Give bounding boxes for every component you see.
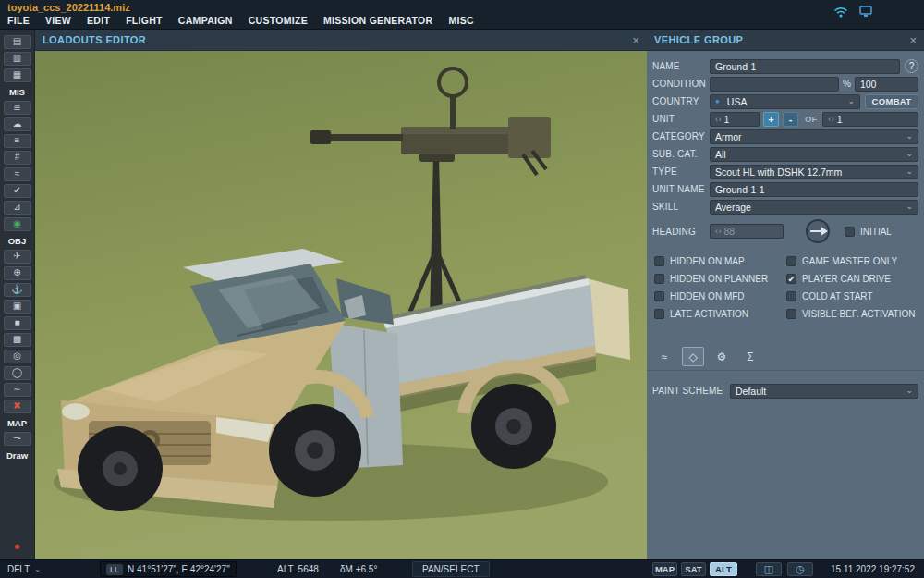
menu-customize[interactable]: CUSTOMIZE: [249, 15, 308, 26]
ship-icon[interactable]: ⚓: [4, 283, 31, 297]
magnetic-variation-value: δM +6.5°: [340, 564, 377, 574]
checkbox-late-activation[interactable]: LATE ACTIVATION: [654, 309, 786, 319]
menu-file[interactable]: FILE: [7, 15, 30, 26]
country-select[interactable]: ● USA ⌄: [710, 94, 860, 109]
unit-name-input[interactable]: Ground-1-1: [710, 182, 918, 197]
loadouts-editor-panel: LOADOUTS EDITOR ×: [35, 30, 647, 559]
initial-checkbox[interactable]: INITIAL: [845, 227, 892, 237]
percent-label: %: [843, 79, 851, 89]
vehicle-icon[interactable]: ▣: [4, 300, 31, 314]
checkbox-box[interactable]: [786, 291, 796, 301]
menubar: FILEVIEWEDITFLIGHTCAMPAIGNCUSTOMIZEMISSI…: [7, 15, 474, 26]
skill-select[interactable]: Average ⌄: [710, 200, 918, 215]
checkbox-box[interactable]: [654, 274, 664, 284]
menu-campaign[interactable]: CAMPAIGN: [178, 15, 233, 26]
record-icon[interactable]: ●: [4, 539, 31, 553]
heading-dial[interactable]: [804, 217, 832, 245]
condition-input[interactable]: [710, 77, 839, 92]
chevron-down-icon: ⌄: [906, 132, 913, 141]
spinner-arrows-icon[interactable]: ‹ ›: [715, 115, 721, 124]
fly-mission-icon[interactable]: ◉: [4, 217, 31, 231]
help-button[interactable]: ?: [905, 59, 918, 73]
weather-icon[interactable]: ☁: [4, 117, 31, 131]
helicopter-icon[interactable]: ⊕: [4, 266, 31, 280]
menu-misc[interactable]: MISC: [448, 15, 473, 26]
menu-mission-generator[interactable]: MISSION GENERATOR: [323, 15, 432, 26]
add-unit-button[interactable]: +: [763, 112, 779, 127]
coordinate-mode-badge[interactable]: LL: [106, 564, 123, 575]
checkbox-hidden-on-planner[interactable]: HIDDEN ON PLANNER: [654, 274, 786, 284]
aircraft-icon[interactable]: ✈: [4, 250, 31, 264]
sat-layer-button[interactable]: SAT: [681, 562, 706, 576]
combat-button[interactable]: COMBAT: [865, 94, 918, 109]
checkbox-box[interactable]: [786, 256, 796, 266]
checkbox-visible-bef-activation[interactable]: VISIBLE BEF. ACTIVATION: [786, 309, 918, 319]
map-options-icon[interactable]: ⊸: [4, 432, 31, 446]
preset-dropdown[interactable]: DFLT ⌄: [7, 560, 41, 578]
menu-edit[interactable]: EDIT: [87, 15, 110, 26]
checkbox-box[interactable]: [786, 309, 796, 319]
checkbox-box[interactable]: ✔: [786, 274, 796, 284]
vehicle-preview[interactable]: [35, 51, 647, 559]
measure-icon[interactable]: ⊿: [4, 201, 31, 215]
checkbox-box[interactable]: [654, 256, 664, 266]
new-mission-icon[interactable]: ▤: [4, 35, 31, 49]
altitude-label: ALT: [277, 564, 294, 574]
alt-layer-button[interactable]: ALT: [710, 562, 737, 576]
heading-spinner[interactable]: ‹ › 88: [710, 224, 784, 239]
sequence-icon[interactable]: ∼: [4, 383, 31, 397]
coordinates-display[interactable]: LL N 41°51'27", E 42°24'27": [100, 561, 237, 577]
category-select[interactable]: Armor ⌄: [710, 129, 918, 144]
checkbox-hidden-on-map[interactable]: HIDDEN ON MAP: [654, 256, 786, 266]
unit-name-label: UNIT NAME: [652, 184, 710, 194]
save-mission-icon[interactable]: ▦: [4, 68, 31, 82]
wifi-icon[interactable]: [833, 6, 848, 18]
checkbox-game-master-only[interactable]: GAME MASTER ONLY: [786, 256, 918, 266]
country-row: COUNTRY ● USA ⌄ COMBAT: [652, 92, 918, 110]
type-select[interactable]: Scout HL with DSHK 12.7mm ⌄: [710, 165, 918, 179]
display-toggle-button[interactable]: ◫: [756, 562, 782, 576]
close-icon[interactable]: ×: [909, 34, 917, 46]
checkbox-box[interactable]: [654, 309, 664, 319]
actions-tab-icon[interactable]: ⚙: [711, 347, 733, 366]
subcategory-select[interactable]: All ⌄: [710, 147, 918, 162]
network-status-icon[interactable]: [859, 6, 872, 18]
paint-scheme-select[interactable]: Default ⌄: [730, 384, 918, 399]
datetime-display: 15.11.2022 19:27:52: [831, 560, 915, 578]
delete-icon[interactable]: ✖: [4, 400, 31, 413]
unit-tab-icon[interactable]: ◇: [682, 347, 704, 366]
heading-label: HEADING: [652, 227, 710, 237]
skill-value: Average: [715, 202, 902, 213]
farp-icon[interactable]: ◎: [4, 350, 31, 363]
unit-total-spinner[interactable]: ‹ › 1: [822, 112, 918, 127]
checkbox-box[interactable]: [845, 227, 855, 237]
open-mission-icon[interactable]: ▥: [4, 52, 31, 66]
close-icon[interactable]: ×: [632, 34, 639, 46]
static-object-icon[interactable]: ■: [4, 316, 31, 330]
menu-view[interactable]: VIEW: [45, 15, 71, 26]
spinner-arrows-icon[interactable]: ‹ ›: [828, 115, 833, 124]
of-label: OF: [805, 114, 817, 124]
route-tool-icon[interactable]: ≈: [4, 167, 31, 181]
mission-options-icon[interactable]: ≡: [4, 134, 31, 148]
goals-icon[interactable]: ✔: [4, 184, 31, 198]
unit-count-spinner[interactable]: ‹ › 1: [710, 112, 760, 127]
summary-tab-icon[interactable]: Σ: [739, 347, 761, 366]
checkbox-hidden-on-mfd[interactable]: HIDDEN ON MFD: [654, 291, 786, 301]
template-icon[interactable]: ▩: [4, 333, 31, 347]
briefing-icon[interactable]: ≣: [4, 101, 31, 115]
map-layer-button[interactable]: MAP: [652, 562, 677, 576]
remove-unit-button[interactable]: -: [783, 112, 798, 127]
checkbox-player-can-drive[interactable]: ✔PLAYER CAN DRIVE: [786, 274, 918, 284]
clock-toggle-button[interactable]: ◷: [787, 562, 813, 576]
condition-amount-input[interactable]: 100: [855, 77, 918, 92]
name-input[interactable]: Ground-1: [710, 59, 900, 74]
checkbox-box[interactable]: [654, 291, 664, 301]
checkbox-cold-at-start[interactable]: COLD AT START: [786, 291, 918, 301]
menu-flight[interactable]: FLIGHT: [126, 15, 163, 26]
cursor-mode[interactable]: PAN/SELECT: [412, 561, 490, 577]
trigger-zone-icon[interactable]: ◯: [4, 366, 31, 380]
grid-icon[interactable]: #: [4, 151, 31, 165]
paint-scheme-label: PAINT SCHEME: [652, 386, 730, 396]
route-tab-icon[interactable]: ≈: [653, 347, 675, 366]
